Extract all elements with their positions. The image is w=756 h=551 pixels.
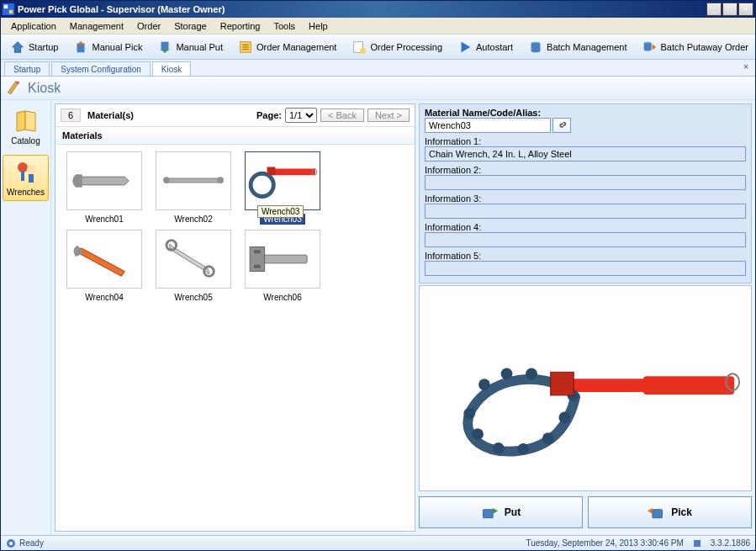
tooltip: Wrench03 — [257, 205, 304, 218]
svg-point-38 — [493, 442, 505, 453]
menu-tools[interactable]: Tools — [267, 19, 302, 33]
svg-point-37 — [472, 428, 484, 440]
thumb-wrench05[interactable]: Wrench05 — [151, 230, 235, 303]
back-button[interactable]: < Back — [320, 109, 364, 122]
close-button[interactable]: × — [738, 3, 753, 16]
manual-pick-icon — [73, 40, 88, 55]
menu-help[interactable]: Help — [302, 19, 335, 33]
thumb-wrench03[interactable]: Wrench03Wrench03 — [241, 151, 325, 225]
page-title: Kiosk — [28, 81, 61, 96]
batch-putaway-icon — [642, 40, 657, 55]
manual-put-icon — [157, 40, 172, 55]
tab-system-configuration[interactable]: System Configuration — [51, 61, 151, 76]
menu-reporting[interactable]: Reporting — [214, 19, 267, 33]
info-input-4[interactable] — [425, 232, 746, 247]
info-label-4: Information 4: — [425, 222, 746, 232]
autostart-icon — [457, 40, 473, 55]
menu-storage[interactable]: Storage — [167, 19, 214, 33]
thumb-image — [156, 230, 231, 289]
page-header: Kiosk — [1, 77, 755, 100]
svg-rect-48 — [483, 510, 493, 518]
svg-rect-32 — [254, 265, 261, 268]
svg-point-21 — [163, 177, 170, 183]
menu-order[interactable]: Order — [130, 19, 167, 33]
pick-button[interactable]: Pick — [588, 496, 752, 528]
material-count: 6 — [61, 109, 81, 122]
group-title: Materials — [56, 127, 415, 145]
thumb-wrench02[interactable]: Wrench02 — [151, 151, 235, 225]
put-icon — [481, 504, 498, 521]
thumb-image — [66, 151, 142, 210]
menu-management[interactable]: Management — [63, 19, 130, 33]
titlebar: Power Pick Global - Supervisor (Master O… — [1, 1, 755, 18]
pick-icon — [648, 504, 664, 521]
tab-kiosk[interactable]: Kiosk — [152, 61, 191, 76]
svg-rect-26 — [267, 167, 276, 175]
nav-wrenches[interactable]: Wrenches — [3, 155, 49, 201]
preview-image — [419, 285, 752, 491]
page-label: Page: — [256, 110, 282, 120]
order-proc-icon — [352, 40, 367, 55]
svg-point-15 — [17, 81, 19, 83]
tab-startup[interactable]: Startup — [4, 61, 50, 76]
info-input-3[interactable] — [425, 204, 746, 219]
version-icon — [692, 538, 702, 548]
tool-batch-putaway[interactable]: Batch Putaway Order — [636, 37, 754, 57]
svg-rect-19 — [29, 174, 34, 183]
svg-rect-49 — [653, 510, 663, 518]
minimize-button[interactable]: _ — [706, 3, 722, 16]
thumb-image — [245, 151, 320, 210]
material-count-label: Material(s) — [87, 110, 134, 120]
info-label-3: Information 3: — [425, 193, 746, 204]
tool-manual-put[interactable]: Manual Put — [151, 37, 229, 57]
put-button[interactable]: Put — [419, 496, 583, 528]
maximize-button[interactable]: □ — [722, 3, 737, 16]
svg-rect-1 — [4, 5, 8, 8]
tab-close-icon[interactable]: × — [740, 61, 752, 73]
svg-point-22 — [217, 177, 224, 183]
svg-rect-47 — [551, 372, 574, 395]
next-button[interactable]: Next > — [367, 109, 410, 122]
svg-point-46 — [478, 379, 490, 390]
materials-panel: 6 Material(s) Page: 1/1 < Back Next > Ma… — [55, 103, 415, 532]
svg-point-39 — [517, 442, 529, 454]
thumb-wrench04[interactable]: Wrench04 — [62, 230, 146, 303]
svg-point-44 — [526, 368, 537, 379]
tool-autostart[interactable]: Autostart — [452, 37, 519, 57]
svg-point-10 — [360, 47, 366, 53]
thumb-wrench01[interactable]: Wrench01 — [62, 151, 146, 225]
svg-point-36 — [463, 407, 475, 419]
page-select[interactable]: 1/1 — [285, 108, 317, 123]
svg-rect-23 — [270, 168, 315, 175]
svg-point-51 — [9, 542, 13, 545]
menu-application[interactable]: Application — [4, 19, 63, 33]
svg-point-40 — [542, 432, 554, 444]
tool-startup[interactable]: Startup — [4, 37, 64, 57]
svg-point-41 — [559, 411, 571, 423]
tool-order-mgmt[interactable]: Order Management — [232, 37, 342, 57]
link-button[interactable] — [552, 118, 571, 133]
svg-rect-33 — [643, 376, 734, 395]
wrenches-icon — [13, 159, 40, 186]
batch-mgmt-icon — [528, 40, 543, 55]
document-tabs: StartupSystem ConfigurationKiosk× — [1, 60, 755, 77]
nav-catalog[interactable]: Catalog — [3, 103, 49, 150]
svg-point-18 — [27, 165, 35, 173]
app-icon — [3, 3, 14, 15]
info-input-5[interactable] — [425, 261, 746, 276]
svg-rect-2 — [9, 10, 13, 13]
catalog-icon — [13, 108, 40, 135]
info-input-2[interactable] — [425, 175, 746, 190]
material-name-input[interactable] — [425, 118, 551, 133]
toolbar: StartupManual PickManual PutOrder Manage… — [1, 34, 755, 60]
thumb-image — [245, 230, 320, 289]
tool-manual-pick[interactable]: Manual Pick — [67, 37, 148, 57]
thumb-wrench06[interactable]: Wrench06 — [241, 230, 325, 303]
tool-batch-mgmt[interactable]: Batch Management — [522, 37, 632, 57]
status-icon — [6, 538, 16, 548]
status-date: Tuesday, September 24, 2013 3:30:46 PM — [526, 538, 683, 548]
tool-order-proc[interactable]: Order Processing — [346, 37, 448, 57]
info-input-1[interactable] — [425, 146, 746, 162]
detail-form: Material Name/Code/Alias: Information 1:… — [419, 103, 752, 283]
svg-point-45 — [501, 368, 513, 379]
